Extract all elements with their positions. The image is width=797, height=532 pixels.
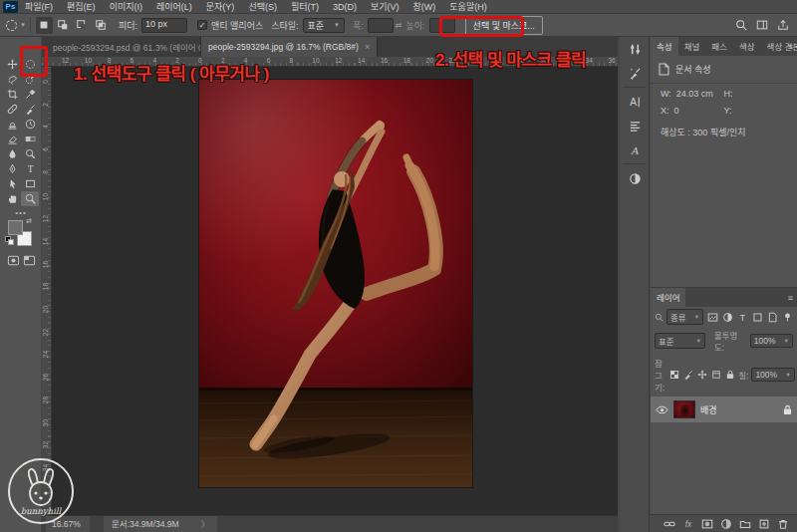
visibility-eye-icon[interactable]: [656, 405, 668, 414]
intersect-selection-icon[interactable]: [95, 19, 107, 31]
menu-item-7[interactable]: 3D(D): [326, 0, 364, 14]
gradient-tool[interactable]: [21, 132, 39, 146]
smart-object-filter-icon[interactable]: [767, 312, 778, 323]
spot-healing-tool[interactable]: [3, 102, 21, 117]
move-tool[interactable]: [3, 57, 21, 72]
group-icon[interactable]: [739, 518, 751, 530]
glyphs-panel-icon[interactable]: A: [620, 137, 650, 161]
x-value[interactable]: 0: [674, 106, 679, 116]
tab-채널[interactable]: 채널: [678, 37, 706, 56]
menu-item-6[interactable]: 필터(T): [284, 0, 326, 14]
document-tab-0[interactable]: people-2593294.psd @ 61.3% (레이어 0, RGB/8…: [46, 37, 201, 57]
screen-mode-icon[interactable]: [22, 253, 36, 267]
intersect-selection-button[interactable]: [93, 17, 110, 34]
foreground-color-swatch[interactable]: [8, 220, 23, 235]
antialias-checkbox[interactable]: ✓: [197, 20, 207, 30]
svg-text:fx: fx: [685, 519, 692, 529]
menu-item-9[interactable]: 창(W): [406, 0, 443, 14]
new-selection-icon[interactable]: [38, 19, 50, 31]
hand-tool[interactable]: [3, 191, 21, 206]
menu-item-3[interactable]: 레이어(L): [149, 0, 199, 14]
adjustment-filter-icon[interactable]: [722, 312, 733, 323]
subtract-selection-button[interactable]: [74, 17, 91, 34]
path-selection-tool[interactable]: [3, 176, 21, 191]
fx-icon[interactable]: fx: [682, 518, 694, 530]
dodge-tool[interactable]: [21, 146, 39, 161]
style-select[interactable]: 표준▼: [303, 18, 346, 33]
trash-icon[interactable]: [777, 518, 789, 530]
close-icon[interactable]: ×: [365, 42, 370, 52]
resolution-value[interactable]: 300 픽셀/인치: [692, 128, 745, 137]
share-icon[interactable]: [777, 19, 789, 31]
tab-layers[interactable]: 레이어: [651, 288, 685, 307]
adjustments-icon[interactable]: [620, 37, 650, 61]
fill-select[interactable]: 100%▼: [751, 368, 794, 382]
lock-transparent-icon[interactable]: [669, 370, 679, 380]
tab-properties[interactable]: 속성: [651, 37, 678, 56]
feather-input[interactable]: 10 px: [141, 18, 187, 33]
menu-item-2[interactable]: 이미지(I): [103, 0, 149, 14]
menu-item-4[interactable]: 문자(Y): [199, 0, 242, 14]
menu-item-8[interactable]: 보기(V): [364, 0, 406, 14]
type-filter-icon[interactable]: T: [737, 312, 748, 323]
pin-icon[interactable]: [782, 312, 793, 323]
opacity-select[interactable]: 100%▼: [750, 334, 793, 348]
image-filter-icon[interactable]: [707, 312, 718, 323]
shape-filter-icon[interactable]: [752, 312, 763, 323]
history-brush-tool[interactable]: [21, 117, 39, 132]
layer-row-background[interactable]: 배경: [651, 397, 797, 422]
eraser-tool[interactable]: [3, 132, 21, 146]
clone-source-icon[interactable]: [620, 166, 650, 190]
document-tab-1[interactable]: people-2593294.jpg @ 16.7% (RGB/8#)×: [201, 37, 378, 57]
lock-all-icon[interactable]: [725, 370, 735, 380]
layer-mask-icon[interactable]: [701, 518, 713, 530]
search-icon[interactable]: [735, 19, 747, 31]
v-ruler-number: 18: [42, 283, 49, 290]
link-icon[interactable]: [664, 518, 675, 530]
width-input[interactable]: [368, 18, 394, 33]
edit-toolbar-icon[interactable]: •••: [0, 208, 42, 217]
document-size-info[interactable]: 문서:34.9M/34.9M 〉: [104, 516, 217, 532]
lasso-tool[interactable]: [3, 72, 21, 87]
w-value[interactable]: 24.03 cm: [676, 89, 713, 99]
paragraph-panel-icon[interactable]: [620, 114, 650, 137]
brush-tool[interactable]: [21, 102, 39, 117]
zoom-tool[interactable]: [21, 191, 39, 206]
swap-dimensions-icon[interactable]: ⇄: [396, 21, 402, 30]
blur-tool[interactable]: [3, 146, 21, 161]
brush-settings-icon[interactable]: [620, 61, 650, 85]
current-tool-preview[interactable]: ▼: [6, 20, 26, 31]
default-colors-icon[interactable]: [5, 236, 14, 245]
lock-paint-icon[interactable]: [683, 370, 693, 380]
swap-colors-icon[interactable]: ⇄: [26, 217, 32, 225]
tab-패스[interactable]: 패스: [705, 37, 733, 56]
panel-menu-icon[interactable]: ≡: [788, 42, 793, 52]
lock-artboard-icon[interactable]: [711, 370, 721, 380]
add-selection-button[interactable]: [55, 17, 72, 34]
panel-menu-icon[interactable]: ≡: [788, 293, 793, 303]
character-panel-icon[interactable]: A: [620, 90, 650, 114]
menu-item-1[interactable]: 편집(E): [60, 0, 103, 14]
tab-색상[interactable]: 색상: [733, 37, 761, 56]
eyedropper-tool[interactable]: [21, 87, 39, 102]
layer-thumbnail[interactable]: [673, 400, 695, 418]
pen-tool[interactable]: [3, 161, 21, 176]
new-selection-button[interactable]: [36, 17, 53, 34]
menu-item-5[interactable]: 선택(S): [241, 0, 284, 14]
lock-move-icon[interactable]: [697, 370, 707, 380]
crop-tool[interactable]: [3, 87, 21, 102]
menu-item-10[interactable]: 도움말(H): [442, 0, 493, 14]
add-selection-icon[interactable]: [57, 19, 69, 31]
clone-stamp-tool[interactable]: [3, 117, 21, 132]
adjustment-layer-icon[interactable]: [720, 518, 732, 530]
new-layer-icon[interactable]: [758, 518, 770, 530]
rectangle-tool[interactable]: [21, 176, 39, 191]
blend-mode-select[interactable]: 표준▼: [655, 333, 705, 349]
type-tool[interactable]: T: [21, 161, 39, 176]
canvas-image-dancer[interactable]: [199, 80, 472, 487]
workspace-icon[interactable]: [756, 19, 768, 31]
layer-filter-select[interactable]: 종류▼: [666, 309, 703, 325]
menu-item-0[interactable]: 파일(F): [18, 0, 60, 14]
quick-mask-icon[interactable]: [6, 253, 20, 267]
subtract-selection-icon[interactable]: [76, 19, 88, 31]
